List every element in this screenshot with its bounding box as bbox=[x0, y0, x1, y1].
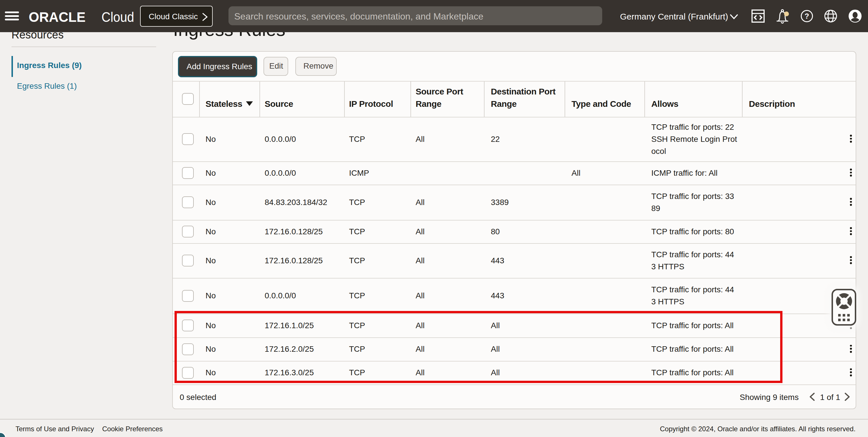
svg-text:Cloud: Cloud bbox=[101, 9, 134, 25]
svg-text:?: ? bbox=[805, 12, 809, 21]
svg-text:ORACLE: ORACLE bbox=[29, 9, 86, 25]
